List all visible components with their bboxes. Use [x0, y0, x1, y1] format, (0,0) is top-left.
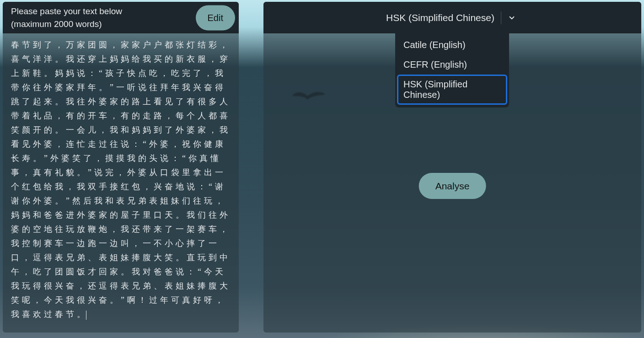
dropdown-option-cefr[interactable]: CEFR (English) [397, 55, 507, 75]
framework-dropdown-menu: Catile (English) CEFR (English) HSK (Sim… [395, 33, 509, 107]
text-caret [86, 311, 86, 320]
chevron-down-icon[interactable] [501, 11, 521, 25]
text-input-panel: Please paste your text below (maximum 20… [3, 2, 239, 333]
title-line-2: (maximum 2000 words) [11, 19, 102, 29]
text-input-header: Please paste your text below (maximum 20… [3, 2, 239, 33]
edit-button[interactable]: Edit [196, 5, 235, 30]
text-content: 春节到了，万家团圆，家家户户都张灯结彩，喜气洋洋。我还穿上妈妈给我买的新衣服，穿… [11, 40, 231, 319]
dropdown-option-catile[interactable]: Catile (English) [397, 35, 507, 55]
text-input-title: Please paste your text below (maximum 20… [11, 5, 122, 30]
text-input-area[interactable]: 春节到了，万家团圆，家家户户都张灯结彩，喜气洋洋。我还穿上妈妈给我买的新衣服，穿… [3, 33, 239, 333]
framework-dropdown-selected: HSK (Simplified Chinese) [386, 12, 501, 23]
title-line-1: Please paste your text below [11, 6, 122, 16]
dropdown-option-hsk[interactable]: HSK (Simplified Chinese) [397, 75, 507, 105]
framework-dropdown[interactable]: HSK (Simplified Chinese) [386, 11, 521, 25]
analysis-panel: HSK (Simplified Chinese) Catile (English… [263, 2, 641, 333]
analyse-button[interactable]: Analyse [419, 173, 486, 199]
analysis-header: HSK (Simplified Chinese) [263, 2, 641, 33]
